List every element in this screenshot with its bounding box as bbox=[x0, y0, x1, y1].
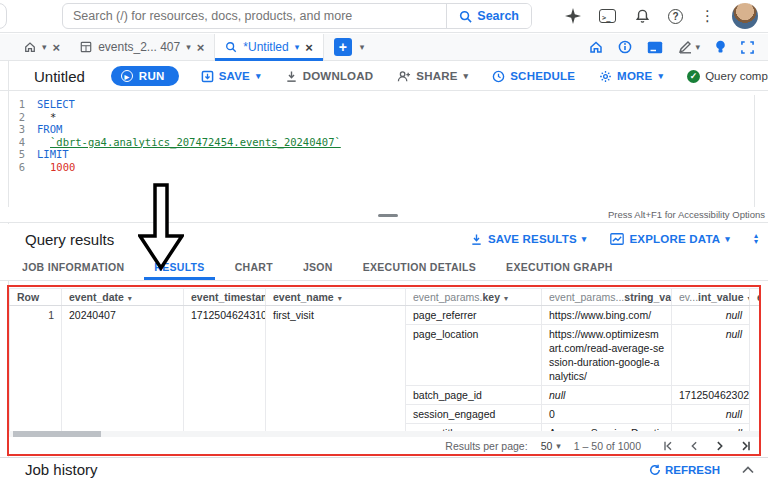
more-button[interactable]: MORE ▾ bbox=[599, 70, 663, 83]
code-text: FROM bbox=[37, 123, 62, 136]
lightbulb-icon[interactable] bbox=[715, 40, 726, 54]
job-history-title: Job history bbox=[25, 461, 98, 478]
help-icon[interactable]: ? bbox=[668, 9, 683, 24]
chevron-down-icon: ▾ bbox=[725, 234, 730, 244]
console-panel-icon[interactable] bbox=[647, 41, 663, 54]
code-table-reference[interactable]: `dbrt-ga4.analytics_207472454.events_202… bbox=[37, 136, 341, 149]
search-input[interactable] bbox=[63, 9, 446, 23]
cell-param-key: session_engaged bbox=[406, 405, 542, 424]
column-header-row[interactable]: Row bbox=[10, 289, 62, 306]
tab-events-table[interactable]: events_2... 407 ▾ × bbox=[70, 34, 214, 60]
gear-icon bbox=[599, 70, 612, 83]
column-header-event-params-key[interactable]: event_params.key▾ bbox=[406, 289, 542, 306]
chevron-down-icon[interactable]: ▾ bbox=[360, 42, 365, 52]
close-icon[interactable]: × bbox=[197, 40, 205, 55]
code-line: 3FROM bbox=[9, 123, 768, 136]
cell-int-value: null bbox=[672, 306, 750, 325]
kebab-menu-icon[interactable]: ⋮ bbox=[700, 7, 715, 25]
horizontal-scrollbar-thumb[interactable] bbox=[13, 431, 101, 437]
code-line: 4`dbrt-ga4.analytics_207472454.events_20… bbox=[9, 136, 768, 149]
cell-param-key: page_title bbox=[406, 424, 542, 432]
gemini-sparkle-icon[interactable] bbox=[564, 7, 582, 25]
tab-execution-graph[interactable]: EXECUTION GRAPH bbox=[506, 254, 613, 280]
prev-page-icon[interactable] bbox=[688, 440, 700, 452]
column-header-event-timestamp[interactable]: event_timestamp▾ bbox=[184, 289, 266, 306]
run-button[interactable]: ▶ RUN bbox=[111, 66, 179, 86]
cell-event-date: 20240407 bbox=[62, 306, 184, 432]
job-history-bar: Job history REFRESH bbox=[0, 457, 768, 481]
cloud-shell-icon[interactable]: >_ bbox=[599, 9, 616, 23]
column-header-truncated[interactable]: e.. bbox=[750, 289, 761, 306]
save-results-button[interactable]: SAVE RESULTS ▾ bbox=[470, 233, 587, 246]
sort-caret-icon: ▾ bbox=[504, 294, 508, 303]
sql-editor[interactable]: 1SELECT 2* 3FROM 4`dbrt-ga4.analytics_20… bbox=[9, 91, 768, 207]
query-status-label: Query completed. bbox=[705, 70, 768, 82]
chevron-down-icon: ▾ bbox=[695, 42, 700, 52]
horizontal-scrollbar bbox=[9, 431, 760, 437]
results-table-viewport: Row event_date▾ event_timestamp▾ event_n… bbox=[9, 288, 760, 431]
cell-string-value: 0 bbox=[542, 405, 672, 424]
next-page-icon[interactable] bbox=[714, 440, 726, 452]
tab-job-information[interactable]: JOB INFORMATION bbox=[22, 254, 124, 280]
line-number: 4 bbox=[9, 136, 37, 149]
page-range-label: 1 – 50 of 1000 bbox=[574, 440, 641, 452]
share-button[interactable]: SHARE ▾ bbox=[397, 70, 468, 83]
first-page-icon[interactable] bbox=[662, 440, 674, 452]
notifications-bell-icon[interactable] bbox=[633, 7, 651, 25]
tab-json[interactable]: JSON bbox=[303, 254, 333, 280]
column-header-string-value[interactable]: event_params...string_value▾ bbox=[542, 289, 672, 306]
fullscreen-icon[interactable] bbox=[741, 41, 754, 54]
run-label: RUN bbox=[139, 70, 165, 82]
results-table: Row event_date▾ event_timestamp▾ event_n… bbox=[9, 288, 760, 431]
last-page-icon[interactable] bbox=[740, 440, 752, 452]
tab-execution-details[interactable]: EXECUTION DETAILS bbox=[363, 254, 476, 280]
save-label: SAVE bbox=[219, 70, 250, 82]
tab-chart[interactable]: CHART bbox=[235, 254, 273, 280]
save-button[interactable]: SAVE ▾ bbox=[201, 70, 261, 83]
home-icon[interactable] bbox=[589, 40, 603, 54]
more-label: MORE bbox=[617, 70, 652, 82]
refresh-button[interactable]: REFRESH bbox=[649, 464, 720, 476]
explore-data-button[interactable]: EXPLORE DATA ▾ bbox=[610, 233, 730, 245]
schedule-button[interactable]: SCHEDULE bbox=[492, 70, 575, 83]
results-panel: Row event_date▾ event_timestamp▾ event_n… bbox=[9, 288, 760, 454]
splitter-drag-handle[interactable] bbox=[378, 214, 398, 217]
refresh-icon bbox=[649, 464, 661, 476]
job-history-actions: REFRESH bbox=[649, 464, 754, 476]
schedule-label: SCHEDULE bbox=[510, 70, 575, 82]
chevron-down-icon: ▾ bbox=[186, 42, 191, 52]
chevron-down-icon: ▾ bbox=[658, 71, 663, 81]
share-person-icon bbox=[397, 70, 411, 83]
editor-pen-icon[interactable] bbox=[678, 40, 692, 54]
tab-strip-actions: ▾ bbox=[589, 34, 768, 60]
column-header-event-name[interactable]: event_name▾ bbox=[266, 289, 406, 306]
check-circle-icon: ✓ bbox=[687, 70, 700, 83]
query-status: ✓ Query completed. bbox=[687, 70, 768, 83]
pagination-bar: Results per page: 50 ▾ 1 – 50 of 1000 bbox=[9, 437, 760, 454]
column-header-int-value[interactable]: ev...int_value▾ bbox=[672, 289, 750, 306]
add-tab-button[interactable]: + bbox=[334, 38, 352, 56]
cell-string-value: null bbox=[542, 386, 672, 405]
info-icon[interactable] bbox=[618, 40, 632, 54]
line-number: 6 bbox=[9, 161, 37, 174]
collapse-chevron-icon[interactable] bbox=[742, 466, 754, 474]
code-line: 2* bbox=[9, 111, 768, 124]
cell-int-value: null bbox=[672, 405, 750, 424]
column-header-event-date[interactable]: event_date▾ bbox=[62, 289, 184, 306]
search-button[interactable]: Search bbox=[446, 4, 531, 28]
close-icon[interactable]: × bbox=[305, 40, 313, 55]
editor-scrollbar-gutter bbox=[754, 95, 755, 207]
table-row: 1 20240407 1712504624310... first_visit … bbox=[10, 306, 761, 325]
page-size-select[interactable]: 50 ▾ bbox=[541, 440, 561, 452]
window-edge-fragment bbox=[0, 3, 7, 29]
tab-results[interactable]: RESULTS bbox=[154, 254, 204, 280]
account-avatar[interactable] bbox=[732, 3, 758, 29]
code-text: LIMIT bbox=[37, 148, 69, 161]
tab-welcome[interactable]: ▾ × bbox=[14, 34, 70, 60]
cell-string-value: https://www.bing.com/ bbox=[542, 306, 672, 325]
download-button[interactable]: DOWNLOAD bbox=[285, 70, 374, 83]
code-line: 5LIMIT bbox=[9, 148, 768, 161]
close-icon[interactable]: × bbox=[53, 40, 61, 55]
expand-collapse-panel-icon[interactable]: ▴▾ bbox=[754, 233, 758, 245]
tab-untitled-query[interactable]: *Untitled ▾ × bbox=[214, 34, 323, 60]
